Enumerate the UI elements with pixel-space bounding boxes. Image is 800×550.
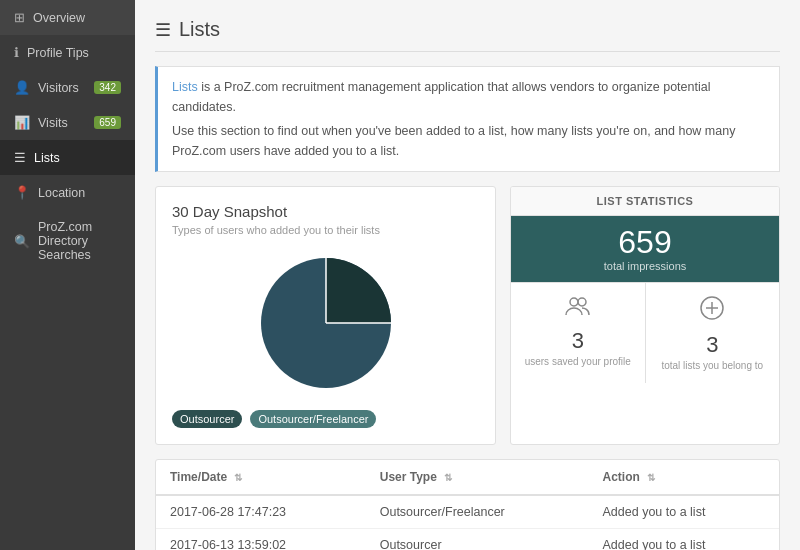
- info-icon: ℹ: [14, 45, 19, 60]
- info-line2: Use this section to find out when you've…: [172, 121, 765, 161]
- sidebar-item-proz-dir[interactable]: 🔍 ProZ.com Directory Searches: [0, 210, 135, 272]
- svg-point-3: [570, 298, 578, 306]
- sidebar-item-label: Visitors: [38, 81, 79, 95]
- sidebar-item-label: ProZ.com Directory Searches: [38, 220, 121, 262]
- sidebar-item-profile-tips[interactable]: ℹ Profile Tips: [0, 35, 135, 70]
- info-box: Lists is a ProZ.com recruitment manageme…: [155, 66, 780, 172]
- col-datetime[interactable]: Time/Date ⇅: [156, 460, 366, 495]
- cell-user-type: Outsourcer/Freelancer: [366, 495, 589, 529]
- impressions-number: 659: [519, 226, 771, 258]
- visitors-icon: 👤: [14, 80, 30, 95]
- lists-title-icon: ☰: [155, 19, 171, 41]
- cell-action: Added you to a list: [589, 495, 779, 529]
- svg-point-4: [578, 298, 586, 306]
- stats-saved: 3 users saved your profile: [511, 283, 646, 383]
- sidebar: ⊞ Overview ℹ Profile Tips 👤 Visitors 342…: [0, 0, 135, 550]
- stats-header: LIST STATISTICS: [511, 187, 779, 216]
- saved-label: users saved your profile: [519, 356, 637, 367]
- snapshot-title: 30 Day Snapshot: [172, 203, 479, 220]
- overview-icon: ⊞: [14, 10, 25, 25]
- search-icon: 🔍: [14, 234, 30, 249]
- stats-impressions: 659 total impressions: [511, 216, 779, 282]
- sort-icon-datetime: ⇅: [234, 472, 242, 483]
- sidebar-item-label: Lists: [34, 151, 60, 165]
- col-action[interactable]: Action ⇅: [589, 460, 779, 495]
- impressions-label: total impressions: [519, 260, 771, 272]
- stats-row: 30 Day Snapshot Types of users who added…: [155, 186, 780, 445]
- cell-datetime: 2017-06-13 13:59:02: [156, 529, 366, 551]
- chart-legend: Outsourcer Outsourcer/Freelancer: [172, 410, 479, 428]
- lists-table: Time/Date ⇅ User Type ⇅ Action ⇅ 2017-06…: [156, 460, 779, 550]
- sidebar-item-visits[interactable]: 📊 Visits 659: [0, 105, 135, 140]
- cell-action: Added you to a list: [589, 529, 779, 551]
- main-content: ☰ Lists Lists is a ProZ.com recruitment …: [135, 0, 800, 550]
- legend-outsourcer: Outsourcer: [172, 410, 242, 428]
- sidebar-item-label: Overview: [33, 11, 85, 25]
- table-row: 2017-06-28 17:47:23 Outsourcer/Freelance…: [156, 495, 779, 529]
- page-title: Lists: [179, 18, 220, 41]
- table-header-row: Time/Date ⇅ User Type ⇅ Action ⇅: [156, 460, 779, 495]
- page-title-bar: ☰ Lists: [155, 18, 780, 52]
- visits-icon: 📊: [14, 115, 30, 130]
- sidebar-item-location[interactable]: 📍 Location: [0, 175, 135, 210]
- add-circle-icon: [654, 295, 772, 326]
- stats-belongs: 3 total lists you belong to: [646, 283, 780, 383]
- saved-number: 3: [519, 328, 637, 354]
- table-body: 2017-06-28 17:47:23 Outsourcer/Freelance…: [156, 495, 779, 550]
- lists-link[interactable]: Lists: [172, 80, 198, 94]
- snapshot-card: 30 Day Snapshot Types of users who added…: [155, 186, 496, 445]
- info-line1: Lists is a ProZ.com recruitment manageme…: [172, 77, 765, 117]
- sidebar-item-label: Location: [38, 186, 85, 200]
- table-row: 2017-06-13 13:59:02 Outsourcer Added you…: [156, 529, 779, 551]
- lists-icon: ☰: [14, 150, 26, 165]
- legend-outsourcer-freelancer: Outsourcer/Freelancer: [250, 410, 376, 428]
- stats-detail-row: 3 users saved your profile 3 total lists…: [511, 282, 779, 383]
- stats-card: LIST STATISTICS 659 total impressions: [510, 186, 780, 445]
- visitors-badge: 342: [94, 81, 121, 94]
- cell-user-type: Outsourcer: [366, 529, 589, 551]
- col-user-type[interactable]: User Type ⇅: [366, 460, 589, 495]
- location-icon: 📍: [14, 185, 30, 200]
- sidebar-item-overview[interactable]: ⊞ Overview: [0, 0, 135, 35]
- pie-chart: [251, 248, 401, 398]
- sidebar-item-lists[interactable]: ☰ Lists: [0, 140, 135, 175]
- info-line1-suffix: is a ProZ.com recruitment management app…: [172, 80, 710, 114]
- users-icon: [519, 295, 637, 322]
- belongs-label: total lists you belong to: [654, 360, 772, 371]
- cell-datetime: 2017-06-28 17:47:23: [156, 495, 366, 529]
- table-card: Time/Date ⇅ User Type ⇅ Action ⇅ 2017-06…: [155, 459, 780, 550]
- sort-icon-usertype: ⇅: [444, 472, 452, 483]
- sidebar-item-label: Profile Tips: [27, 46, 89, 60]
- pie-chart-container: [172, 248, 479, 398]
- sidebar-item-visitors[interactable]: 👤 Visitors 342: [0, 70, 135, 105]
- sort-icon-action: ⇅: [647, 472, 655, 483]
- snapshot-subtitle: Types of users who added you to their li…: [172, 224, 479, 236]
- sidebar-item-label: Visits: [38, 116, 68, 130]
- belongs-number: 3: [654, 332, 772, 358]
- visits-badge: 659: [94, 116, 121, 129]
